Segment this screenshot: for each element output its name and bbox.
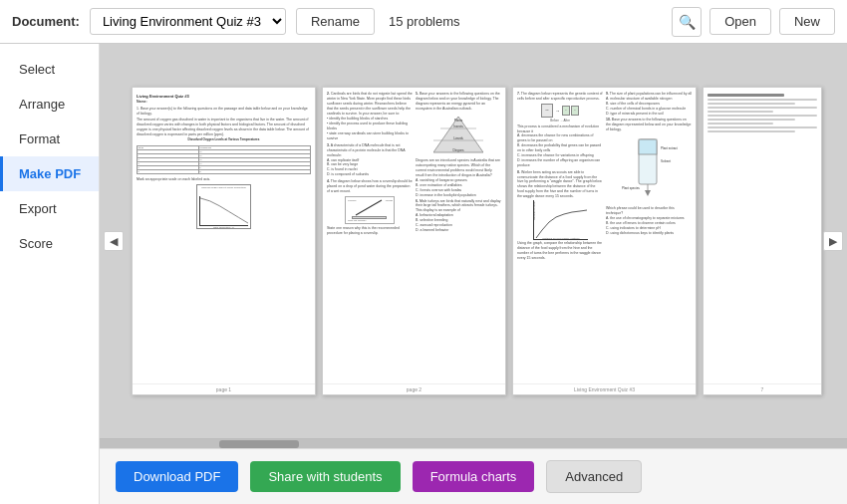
rename-button[interactable]: Rename — [296, 8, 375, 35]
sidebar-item-make-pdf[interactable]: Make PDF — [0, 156, 99, 191]
pages-wrapper: Living Environment Quiz #3 Name: 1. Base… — [112, 87, 842, 395]
prev-page-button[interactable]: ◀ — [104, 231, 124, 251]
problems-count: 15 problems — [389, 14, 460, 29]
document-label: Document: — [12, 14, 80, 29]
scroll-thumb[interactable] — [219, 440, 299, 448]
svg-rect-10 — [639, 139, 657, 154]
document-select[interactable]: Living Environment Quiz #3 — [90, 8, 286, 35]
page-3-content: 7. The diagram below represents the gene… — [513, 88, 696, 383]
app-header: Document: Living Environment Quiz #3 Ren… — [0, 0, 847, 44]
svg-text:Plants: Plants — [454, 119, 463, 123]
sidebar: Select Arrange Format Make PDF Export Sc… — [0, 44, 100, 504]
download-pdf-button[interactable]: Download PDF — [116, 461, 238, 492]
preview-area[interactable]: ◀ Living Environment Quiz #3 Name: 1. Ba… — [100, 44, 847, 438]
page-4-footer: 7 — [704, 383, 821, 394]
svg-text:Plant species: Plant species — [622, 186, 640, 190]
page-4-content — [704, 88, 821, 383]
sidebar-item-score[interactable]: Score — [0, 226, 99, 261]
page-preview-3[interactable]: 7. The diagram below represents the gene… — [512, 87, 697, 395]
page-1-content: Living Environment Quiz #3 Name: 1. Base… — [133, 88, 315, 383]
header-actions: 🔍 Open New — [672, 7, 835, 37]
svg-text:Number of Turns: Number of Turns — [534, 201, 536, 220]
sidebar-item-select[interactable]: Select — [0, 52, 99, 87]
svg-text:Plant extract: Plant extract — [661, 146, 678, 150]
svg-marker-15 — [645, 190, 651, 196]
bottom-bar: Download PDF Share with students Formula… — [100, 448, 847, 504]
next-page-button[interactable]: ▶ — [823, 231, 843, 251]
sidebar-item-arrange[interactable]: Arrange — [0, 87, 99, 122]
main-layout: Select Arrange Format Make PDF Export Sc… — [0, 44, 847, 504]
page-2-content: 2. Cardinals are birds that do not migra… — [323, 88, 505, 383]
open-button[interactable]: Open — [709, 8, 771, 35]
horizontal-scrollbar[interactable] — [100, 438, 847, 448]
svg-text:Distance of Food Supply (meter: Distance of Food Supply (meters) — [542, 237, 579, 240]
page-2-footer: page 2 — [323, 383, 505, 394]
advanced-button[interactable]: Advanced — [546, 460, 642, 493]
page-3-footer: Living Environment Quiz #3 — [513, 383, 696, 394]
svg-text:Insects: Insects — [453, 125, 463, 128]
svg-text:Dingoes: Dingoes — [452, 148, 464, 152]
share-students-button[interactable]: Share with students — [250, 461, 400, 492]
sidebar-item-export[interactable]: Export — [0, 191, 99, 226]
page-preview-2[interactable]: 2. Cardinals are birds that do not migra… — [322, 87, 506, 395]
page-preview-1[interactable]: Living Environment Quiz #3 Name: 1. Base… — [132, 87, 316, 395]
content-area: ◀ Living Environment Quiz #3 Name: 1. Ba… — [100, 44, 847, 504]
new-button[interactable]: New — [779, 8, 835, 35]
page-preview-4[interactable]: 7 — [703, 87, 822, 395]
svg-text:Lizards: Lizards — [453, 136, 463, 140]
sidebar-item-format[interactable]: Format — [0, 122, 99, 156]
search-button[interactable]: 🔍 — [672, 7, 702, 37]
page-1-footer: page 1 — [133, 383, 315, 394]
formula-charts-button[interactable]: Formula charts — [413, 461, 535, 492]
svg-text:Solvent: Solvent — [661, 159, 671, 163]
